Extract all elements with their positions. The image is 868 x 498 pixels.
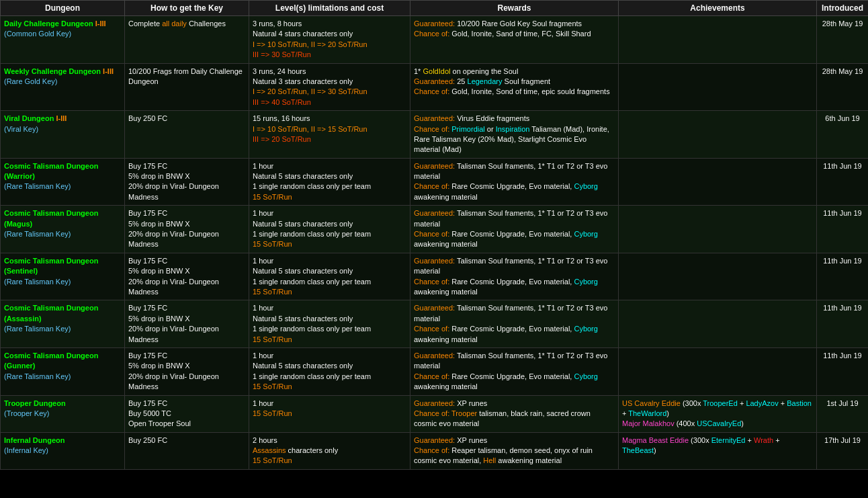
achievements-cell [619, 158, 817, 206]
key-how-cell: Buy 250 FC [125, 111, 249, 159]
achievements-cell: Magma Beast Eddie (300x EternityEd + Wra… [619, 432, 817, 469]
dungeon-key-type: (Viral Key) [4, 125, 38, 133]
introduced-cell: 17th Jul 19 [817, 432, 869, 469]
achievements-cell [619, 16, 817, 64]
key-how-cell: 10/200 Frags from Daily Challenge Dungeo… [125, 63, 249, 111]
dungeon-cell: Cosmic Talisman Dungeon (Assassin) (Rare… [1, 300, 125, 348]
dungeon-name: Cosmic Talisman Dungeon (Assassin) [4, 304, 98, 322]
dungeon-name: Cosmic Talisman Dungeon (Warrior) [4, 162, 98, 180]
table-row: Weekly Challenge Dungeon I-III (Rare Gol… [1, 63, 869, 111]
key-how-cell: Buy 175 FC 5% drop in BNW X 20% drop in … [125, 253, 249, 300]
introduced-cell: 28th May 19 [817, 63, 869, 111]
rewards-cell: Guaranteed: Virus Eddie fragments Chance… [410, 111, 619, 159]
dungeon-key-type: (Rare Talisman Key) [4, 230, 71, 238]
rewards-cell: Guaranteed: Talisman Soul framents, 1* T… [410, 347, 619, 395]
level-cell: 2 hours Assassins characters only 15 SoT… [249, 432, 410, 469]
dungeon-key-type: (Rare Talisman Key) [4, 182, 71, 190]
dungeon-cell: Viral Dungeon I-III (Viral Key) [1, 111, 125, 159]
dungeon-cell: Weekly Challenge Dungeon I-III (Rare Gol… [1, 63, 125, 111]
table-row: Daily Challenge Dungeon I-III (Common Go… [1, 16, 869, 64]
achievements-cell [619, 347, 817, 395]
introduced-cell: 1st Jul 19 [817, 395, 869, 432]
dungeon-name: Trooper Dungeon [4, 399, 66, 407]
rewards-cell: Guaranteed: Talisman Soul framents, 1* T… [410, 253, 619, 300]
dungeon-name: Cosmic Talisman Dungeon (Sentinel) [4, 257, 98, 275]
key-how-cell: Buy 175 FC 5% drop in BNW X 20% drop in … [125, 206, 249, 253]
dungeon-cell: Cosmic Talisman Dungeon (Warrior) (Rare … [1, 158, 125, 206]
table-row: Infernal Dungeon (Infernal Key) Buy 250 … [1, 432, 869, 469]
achievements-cell: US Cavalry Eddie (300x TrooperEd + LadyA… [619, 395, 817, 432]
dungeon-name: Cosmic Talisman Dungeon (Gunner) [4, 351, 98, 370]
key-how-cell: Buy 250 FC [125, 432, 249, 469]
level-cell: 3 runs, 8 hours Natural 4 stars characte… [249, 16, 410, 64]
achievements-cell [619, 300, 817, 348]
introduced-cell: 11th Jun 19 [817, 206, 869, 253]
dungeon-key-type: (Common Gold Key) [4, 30, 71, 38]
table-row: Trooper Dungeon (Trooper Key) Buy 175 FC… [1, 395, 869, 432]
rewards-cell: Guaranteed: XP runes Chance of: Trooper … [410, 395, 619, 432]
dungeon-key-type: (Rare Gold Key) [4, 77, 57, 85]
level-cell: 1 hour Natural 5 stars characters only 1… [249, 158, 410, 206]
rewards-cell: Guaranteed: Talisman Soul framents, 1* T… [410, 158, 619, 206]
dungeon-cell: Cosmic Talisman Dungeon (Magus) (Rare Ta… [1, 206, 125, 253]
dungeon-cell: Cosmic Talisman Dungeon (Gunner) (Rare T… [1, 347, 125, 395]
introduced-cell: 11th Jun 19 [817, 347, 869, 395]
level-cell: 1 hour Natural 5 stars characters only 1… [249, 253, 410, 300]
header-dungeon: Dungeon [1, 1, 125, 16]
dungeon-cell: Trooper Dungeon (Trooper Key) [1, 395, 125, 432]
table-row: Cosmic Talisman Dungeon (Assassin) (Rare… [1, 300, 869, 348]
achievements-cell [619, 111, 817, 159]
dungeon-key-type: (Trooper Key) [4, 409, 49, 417]
header-introduced: Introduced [817, 1, 869, 16]
dungeon-key-type: (Infernal Key) [4, 446, 48, 454]
level-cell: 1 hour Natural 5 stars characters only 1… [249, 300, 410, 348]
level-cell: 1 hour Natural 5 stars characters only 1… [249, 206, 410, 253]
key-how-cell: Buy 175 FC 5% drop in BNW X 20% drop in … [125, 347, 249, 395]
key-how-cell: Buy 175 FC Buy 5000 TC Open Trooper Soul [125, 395, 249, 432]
level-cell: 1 hour 15 SoT/Run [249, 395, 410, 432]
table-row: Viral Dungeon I-III (Viral Key) Buy 250 … [1, 111, 869, 159]
key-how-cell: Buy 175 FC 5% drop in BNW X 20% drop in … [125, 158, 249, 206]
key-how-cell: Complete all daily Challenges [125, 16, 249, 64]
achievements-cell [619, 253, 817, 300]
dungeon-key-type: (Rare Talisman Key) [4, 325, 71, 333]
table-row: Cosmic Talisman Dungeon (Warrior) (Rare … [1, 158, 869, 206]
dungeon-cell: Cosmic Talisman Dungeon (Sentinel) (Rare… [1, 253, 125, 300]
level-cell: 1 hour Natural 5 stars characters only 1… [249, 347, 410, 395]
level-cell: 3 runs, 24 hours Natural 3 stars charact… [249, 63, 410, 111]
table-row: Cosmic Talisman Dungeon (Magus) (Rare Ta… [1, 206, 869, 253]
achievements-cell [619, 63, 817, 111]
introduced-cell: 11th Jun 19 [817, 253, 869, 300]
introduced-cell: 11th Jun 19 [817, 300, 869, 348]
header-key: How to get the Key [125, 1, 249, 16]
header-rewards: Rewards [410, 1, 619, 16]
dungeon-name: Weekly Challenge Dungeon I-III [4, 67, 114, 75]
key-how-cell: Buy 175 FC 5% drop in BNW X 20% drop in … [125, 300, 249, 348]
introduced-cell: 6th Jun 19 [817, 111, 869, 159]
rewards-cell: Guaranteed: XP runes Chance of: Reaper t… [410, 432, 619, 469]
introduced-cell: 11th Jun 19 [817, 158, 869, 206]
rewards-cell: Guaranteed: Talisman Soul framents, 1* T… [410, 206, 619, 253]
introduced-cell: 28th May 19 [817, 16, 869, 64]
dungeon-key-type: (Rare Talisman Key) [4, 372, 71, 380]
header-level: Level(s) limitations and cost [249, 1, 410, 16]
rewards-cell: 1* GoldIdol on opening the Soul Guarante… [410, 63, 619, 111]
dungeon-name: Cosmic Talisman Dungeon (Magus) [4, 209, 98, 227]
dungeon-key-type: (Rare Talisman Key) [4, 278, 71, 286]
table-row: Cosmic Talisman Dungeon (Sentinel) (Rare… [1, 253, 869, 300]
level-cell: 15 runs, 16 hours I => 10 SoT/Run, II =>… [249, 111, 410, 159]
rewards-cell: Guaranteed: 10/200 Rare Gold Key Soul fr… [410, 16, 619, 64]
dungeon-cell: Infernal Dungeon (Infernal Key) [1, 432, 125, 469]
achievements-cell [619, 206, 817, 253]
table-row: Cosmic Talisman Dungeon (Gunner) (Rare T… [1, 347, 869, 395]
dungeon-name: Viral Dungeon I-III [4, 114, 67, 122]
dungeon-cell: Daily Challenge Dungeon I-III (Common Go… [1, 16, 125, 64]
dungeon-name: Infernal Dungeon [4, 436, 64, 444]
dungeon-name: Daily Challenge Dungeon I-III [4, 19, 106, 28]
rewards-cell: Guaranteed: Talisman Soul framents, 1* T… [410, 300, 619, 348]
header-achievements: Achievements [619, 1, 817, 16]
